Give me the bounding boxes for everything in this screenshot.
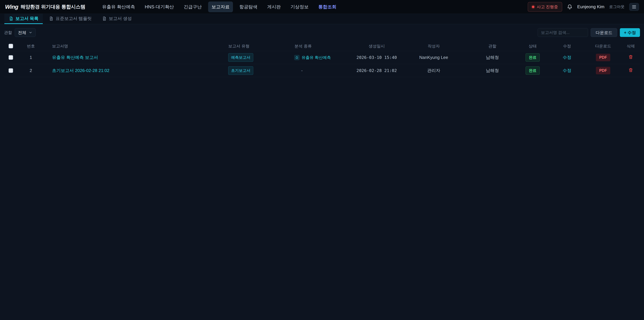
status-badge: 완료 (526, 67, 540, 75)
header-author: 작성자 (398, 44, 469, 49)
nav-item-hns[interactable]: HNS·대기확산 (142, 2, 177, 12)
author: NanKyung Lee (398, 55, 469, 60)
edit-link[interactable]: 수정 (563, 55, 572, 60)
edit-button[interactable]: + 수정 (620, 28, 640, 37)
notification-bell-icon[interactable] (567, 4, 572, 10)
edit-link[interactable]: 수정 (563, 68, 572, 73)
brand[interactable]: Wing 해양환경 위기대응 통합시스템 (5, 4, 85, 10)
jurisdiction-select[interactable]: 전체 (15, 28, 36, 37)
jurisdiction: 남해청 (469, 55, 516, 60)
header-download: 다운로드 (585, 44, 622, 49)
trash-icon[interactable] (628, 68, 633, 72)
report-type-badge: 초기보고서 (228, 66, 253, 75)
row-number: 2 (18, 68, 44, 73)
droplet-icon (294, 55, 300, 60)
table-row: 1 유출유 확산예측 보고서 예측보고서 유출유 확산예측 2026-03-10… (4, 51, 640, 64)
download-button[interactable]: 다운로드 (591, 28, 617, 37)
header-report-name: 보고서명 (44, 44, 225, 49)
app-title: 해양환경 위기대응 통합시스템 (21, 4, 85, 10)
select-all-checkbox[interactable] (8, 44, 13, 48)
created-at: 2026-03-10 15:40 (355, 55, 398, 60)
report-name-link[interactable]: 초기보고서 2026-02-28 21:02 (52, 68, 110, 73)
nav-item-oil-spill[interactable]: 유출유 확산예측 (98, 2, 138, 12)
trash-icon[interactable] (628, 55, 633, 59)
tab-report-list-label: 보고서 목록 (16, 16, 38, 22)
main-nav: 유출유 확산예측 HNS·대기확산 긴급구난 보고자료 항공탐색 게시판 기상정… (98, 2, 340, 12)
pdf-download-button[interactable]: PDF (596, 54, 610, 61)
analysis-type-empty: - (291, 68, 355, 73)
jurisdiction: 남해청 (469, 68, 516, 74)
header-analysis-type: 분석 종류 (291, 44, 355, 49)
table-header-row: 번호 보고서명 보고서 유형 분석 종류 생성일시 작성자 관할 상태 수정 다… (4, 41, 640, 51)
tab-report-create[interactable]: 보고서 생성 (98, 14, 136, 24)
document-plus-icon (102, 16, 107, 21)
row-number: 1 (18, 55, 44, 60)
jurisdiction-select-value: 전체 (18, 30, 26, 36)
nav-item-rescue[interactable]: 긴급구난 (180, 2, 205, 12)
report-type-badge: 예측보고서 (228, 53, 253, 62)
filter-bar-right: 다운로드 + 수정 (538, 28, 640, 37)
logout-link[interactable]: 로그아웃 (609, 4, 624, 10)
incident-dot-icon (532, 6, 534, 8)
header-delete: 삭제 (622, 44, 640, 49)
top-nav: Wing 해양환경 위기대응 통합시스템 유출유 확산예측 HNS·대기확산 긴… (0, 0, 644, 14)
document-lines-icon (49, 16, 54, 21)
header-num: 번호 (18, 44, 44, 49)
tab-report-template[interactable]: 표준보고서 템플릿 (44, 14, 96, 24)
tab-report-list[interactable]: 보고서 목록 (4, 14, 43, 24)
document-icon (9, 16, 14, 21)
header-jurisdiction: 관할 (469, 44, 516, 49)
chevron-down-icon (29, 31, 32, 34)
jurisdiction-label: 관할 (4, 30, 12, 35)
hamburger-menu-icon[interactable] (629, 3, 639, 11)
header-created-at: 생성일시 (355, 44, 398, 49)
header-report-type: 보고서 유형 (225, 44, 291, 49)
report-name-link[interactable]: 유출유 확산예측 보고서 (52, 55, 98, 60)
topnav-right: 사고 진행중 Eunjeong Kim 로그아웃 (528, 2, 639, 12)
nav-item-weather[interactable]: 기상정보 (287, 2, 312, 12)
report-table: 번호 보고서명 보고서 유형 분석 종류 생성일시 작성자 관할 상태 수정 다… (4, 41, 640, 77)
wing-logo-icon: Wing (5, 4, 18, 10)
author: 관리자 (398, 68, 469, 74)
nav-item-aerial-search[interactable]: 항공탐색 (236, 2, 261, 12)
analysis-type-link[interactable]: 유출유 확산예측 (302, 55, 331, 60)
incident-badge-label: 사고 진행중 (537, 4, 558, 10)
created-at: 2026-02-28 21:02 (355, 68, 398, 73)
filter-bar: 관할 전체 다운로드 + 수정 (4, 28, 640, 37)
user-name: Eunjeong Kim (577, 4, 604, 10)
nav-item-board[interactable]: 게시판 (264, 2, 284, 12)
header-status: 상태 (516, 44, 550, 49)
pdf-download-button[interactable]: PDF (596, 67, 610, 74)
report-search-input[interactable] (538, 28, 588, 37)
nav-item-reports[interactable]: 보고자료 (208, 2, 233, 12)
status-badge: 완료 (526, 53, 540, 62)
table-row: 2 초기보고서 2026-02-28 21:02 초기보고서 - 2026-02… (4, 64, 640, 77)
header-edit: 수정 (550, 44, 585, 49)
report-tabs: 보고서 목록 표준보고서 템플릿 보고서 생성 (0, 14, 644, 24)
nav-item-integrated-search[interactable]: 통합조회 (315, 2, 340, 12)
row-checkbox[interactable] (8, 55, 13, 60)
tab-report-template-label: 표준보고서 템플릿 (56, 16, 92, 22)
tab-report-create-label: 보고서 생성 (109, 16, 132, 22)
incident-status-badge: 사고 진행중 (528, 2, 562, 12)
row-checkbox[interactable] (8, 68, 13, 73)
